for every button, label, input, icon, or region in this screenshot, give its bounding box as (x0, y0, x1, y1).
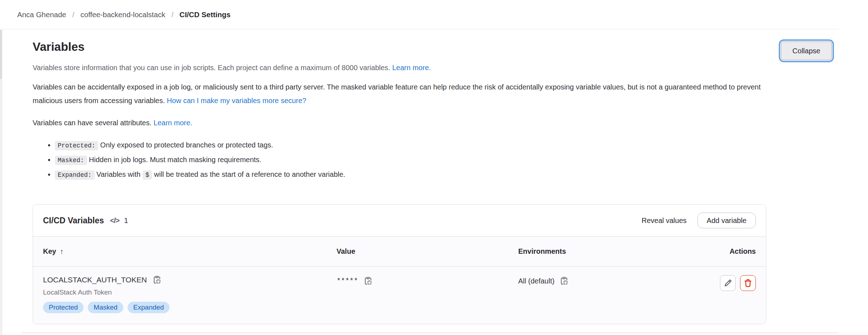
badges: Protected Masked Expanded (43, 302, 337, 313)
expanded-text-before: Variables with (96, 170, 140, 178)
badge-expanded: Expanded (128, 302, 170, 313)
column-header-environments: Environments (518, 247, 730, 256)
learn-more-link[interactable]: Learn more. (392, 64, 431, 72)
warning-text: Variables can be accidentally exposed in… (33, 83, 761, 105)
copy-icon (363, 276, 373, 286)
environments-cell: All (default) (518, 275, 720, 286)
page: Anca Ghenade / coffee-backend-localstack… (0, 0, 868, 335)
breadcrumb-separator: / (171, 10, 173, 19)
value-cell: ***** (337, 275, 518, 286)
actions-cell (720, 275, 756, 291)
breadcrumb-current-page: CI/CD Settings (180, 10, 230, 19)
list-item-expanded: Expanded: Variables with $ will be treat… (55, 168, 749, 182)
attributes-list: Protected: Only exposed to protected bra… (33, 138, 749, 182)
attributes-learn-more-link[interactable]: Learn more. (154, 119, 192, 127)
sidebar-edge-thumb (0, 30, 2, 79)
cicd-variables-card: CI/CD Variables </> 1 Reveal values Add … (33, 204, 766, 324)
copy-environment-button[interactable] (559, 276, 569, 286)
copy-value-button[interactable] (363, 276, 373, 286)
masked-code: Masked: (55, 156, 87, 165)
masked-text: Hidden in job logs. Must match masking r… (89, 156, 261, 164)
delete-variable-button[interactable] (740, 275, 756, 291)
column-header-value: Value (337, 247, 518, 256)
copy-key-button[interactable] (152, 275, 162, 285)
intro-text: Variables store information that you can… (33, 64, 390, 72)
variables-count: 1 (124, 216, 128, 225)
pencil-icon (723, 278, 733, 288)
sort-ascending-icon: ↑ (60, 247, 64, 256)
key-cell: LOCALSTACK_AUTH_TOKEN (43, 275, 337, 313)
attributes-text: Variables can have several attributes. (33, 119, 152, 127)
copy-icon (152, 275, 162, 285)
environment-scope: All (default) (518, 277, 554, 285)
table-header-row: Key ↑ Value Environments Actions (33, 236, 766, 266)
table-row: LOCALSTACK_AUTH_TOKEN (33, 266, 766, 324)
card-title: CI/CD Variables </> 1 (43, 216, 128, 225)
intro-paragraph: Variables store information that you can… (33, 61, 771, 74)
list-item-protected: Protected: Only exposed to protected bra… (55, 138, 749, 153)
page-title: Variables (33, 40, 839, 54)
variable-key: LOCALSTACK_AUTH_TOKEN (43, 276, 147, 284)
code-icon: </> (110, 217, 119, 225)
breadcrumb-project[interactable]: coffee-backend-localstack (80, 10, 165, 19)
copy-icon (559, 276, 569, 286)
edit-variable-button[interactable] (720, 275, 736, 291)
card-title-text: CI/CD Variables (43, 216, 104, 225)
badge-masked: Masked (88, 302, 123, 313)
reveal-values-button[interactable]: Reveal values (642, 217, 687, 225)
warning-paragraph: Variables can be accidentally exposed in… (33, 80, 771, 107)
protected-text: Only exposed to protected branches or pr… (100, 141, 273, 149)
masked-value: ***** (337, 277, 358, 285)
card-actions: Reveal values Add variable (642, 213, 756, 228)
variables-section: Variables Variables store information th… (33, 29, 839, 324)
list-item-masked: Masked: Hidden in job logs. Must match m… (55, 153, 749, 168)
expanded-code: Expanded: (55, 170, 95, 180)
expanded-text-after: will be treated as the start of a refere… (154, 170, 345, 178)
badge-protected: Protected (43, 302, 84, 313)
protected-code: Protected: (55, 141, 98, 150)
column-header-actions: Actions (730, 247, 756, 256)
trash-icon (743, 278, 753, 288)
attributes-paragraph: Variables can have several attributes. L… (33, 116, 771, 130)
card-header: CI/CD Variables </> 1 Reveal values Add … (33, 205, 766, 236)
breadcrumb-separator: / (72, 10, 75, 19)
key-header-label: Key (43, 247, 56, 256)
breadcrumb-group[interactable]: Anca Ghenade (17, 10, 66, 19)
dollar-code: $ (143, 170, 152, 180)
variable-description: LocalStack Auth Token (43, 288, 337, 297)
breadcrumb-bar: Anca Ghenade / coffee-backend-localstack… (0, 0, 839, 29)
breadcrumb: Anca Ghenade / coffee-backend-localstack… (17, 10, 230, 19)
add-variable-button[interactable]: Add variable (697, 213, 756, 228)
variables-secure-link[interactable]: How can I make my variables more secure? (167, 97, 306, 105)
section-divider (21, 332, 839, 333)
column-header-key[interactable]: Key ↑ (43, 247, 337, 256)
